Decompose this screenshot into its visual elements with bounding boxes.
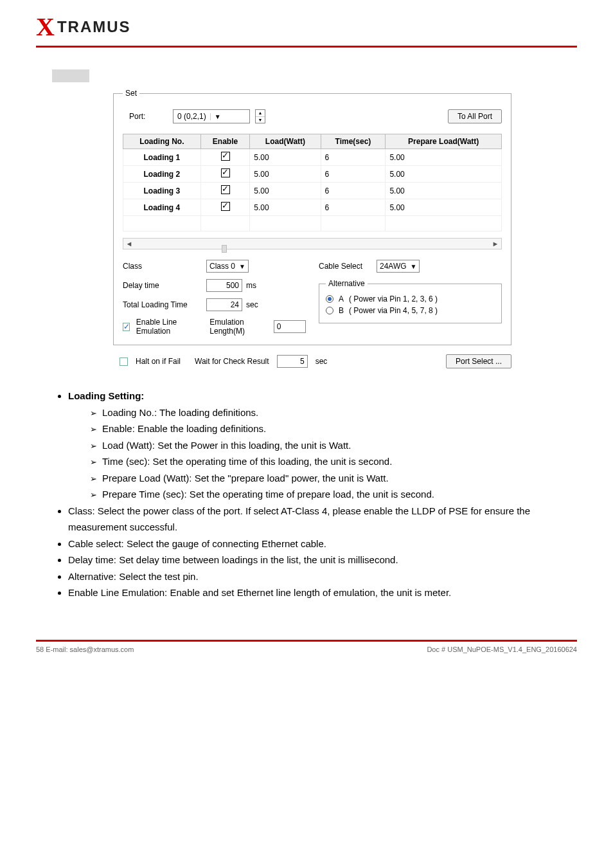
port-spinner[interactable]: ▲ ▼ — [255, 109, 265, 123]
prepare-cell[interactable]: 5.00 — [386, 166, 502, 183]
load-cell[interactable]: 5.00 — [250, 183, 321, 199]
col-prepare: Prepare Load(Watt) — [386, 134, 502, 149]
class-select[interactable]: Class 0 ▼ — [206, 260, 249, 273]
bullet-load: Load (Watt): Set the Power in this loadi… — [102, 440, 351, 451]
enable-checkbox[interactable] — [221, 168, 230, 177]
bullet-class: Class: Select the power class of the por… — [68, 505, 530, 533]
load-cell[interactable]: 5.00 — [250, 166, 321, 183]
time-cell[interactable]: 6 — [321, 149, 386, 166]
wait-unit: sec — [315, 357, 328, 366]
table-row: Loading 4 5.00 6 5.00 — [123, 199, 502, 216]
set-panel-screenshot: Set Port: 0 (0,2,1) ▼ ▲ ▼ To All Port Lo… — [113, 89, 511, 368]
prepare-cell[interactable]: 5.00 — [386, 199, 502, 216]
time-cell[interactable]: 6 — [321, 166, 386, 183]
alternative-legend: Alternative — [326, 279, 368, 288]
emulation-length-input[interactable]: 0 — [274, 320, 306, 333]
bullet-enable: Enable: Enable the loading definitions. — [102, 423, 266, 434]
class-label: Class — [123, 262, 206, 271]
bullet-loading-no: Loading No.: The loading definitions. — [102, 407, 258, 418]
emulation-label: Enable Line Emulation — [136, 318, 198, 336]
total-label: Total Loading Time — [123, 300, 206, 309]
port-value: 0 (0,2,1) — [173, 112, 210, 121]
time-cell[interactable]: 6 — [321, 183, 386, 199]
emulation-checkbox[interactable] — [123, 323, 130, 331]
alt-a-label: A — [339, 294, 344, 303]
total-unit: sec — [246, 300, 258, 309]
port-label: Port: — [129, 112, 168, 121]
logo-x: X — [36, 12, 55, 42]
alt-b-radio[interactable] — [326, 307, 333, 314]
delay-label: Delay time — [123, 281, 206, 290]
table-row: Loading 3 5.00 6 5.00 — [123, 183, 502, 199]
cable-value: 24AWG — [380, 262, 407, 271]
bullet-loading-setting: Loading Setting: — [68, 390, 144, 401]
col-time: Time(sec) — [321, 134, 386, 149]
class-value: Class 0 — [209, 262, 235, 271]
wait-label: Wait for Check Result — [195, 357, 269, 366]
chevron-down-icon: ▼ — [210, 113, 220, 120]
chevron-down-icon: ▼ — [256, 117, 265, 123]
alt-a-radio[interactable] — [326, 295, 333, 303]
alternative-fieldset: Alternative A ( Power via Pin 1, 2, 3, 6… — [319, 279, 502, 323]
set-fieldset: Set Port: 0 (0,2,1) ▼ ▲ ▼ To All Port Lo… — [113, 89, 511, 345]
footer-rule — [36, 640, 577, 642]
scroll-thumb[interactable] — [222, 245, 227, 253]
table-row: Loading 2 5.00 6 5.00 — [123, 166, 502, 183]
col-loading-no: Loading No. — [123, 134, 201, 149]
chevron-down-icon: ▼ — [411, 263, 417, 270]
load-cell[interactable]: 5.00 — [250, 149, 321, 166]
alt-b-desc: ( Power via Pin 4, 5, 7, 8 ) — [349, 306, 438, 315]
section-prefix: 5.1.2.1. — [94, 69, 129, 80]
table-row: Loading 1 5.00 6 5.00 — [123, 149, 502, 166]
to-all-port-button[interactable]: To All Port — [448, 109, 502, 123]
chevron-up-icon: ▲ — [256, 110, 265, 117]
bullet-delay: Delay time: Set delay time between loadi… — [68, 554, 398, 565]
brand-logo: X TRAMUS — [36, 12, 577, 42]
emulation-length-label: Emulation Length(M) — [209, 318, 267, 336]
chevron-down-icon: ▼ — [239, 263, 245, 270]
halt-checkbox[interactable] — [120, 357, 128, 366]
loading-table: Loading No. Enable Load(Watt) Time(sec) … — [123, 134, 502, 231]
cable-label: Cable Select — [319, 262, 377, 271]
footer-left: 58 E-mail: sales@xtramus.com — [36, 646, 427, 653]
section-title: Set — [132, 69, 148, 80]
load-cell[interactable]: 5.00 — [250, 199, 321, 216]
table-row-empty — [123, 216, 502, 231]
enable-checkbox[interactable] — [221, 202, 230, 211]
wait-input[interactable]: 5 — [277, 355, 308, 368]
loading-name: Loading 3 — [143, 186, 180, 195]
loading-name: Loading 2 — [143, 170, 180, 179]
port-combo[interactable]: 0 (0,2,1) ▼ — [173, 109, 250, 123]
enable-checkbox[interactable] — [221, 152, 230, 161]
cable-select[interactable]: 24AWG ▼ — [377, 260, 420, 273]
scroll-left-icon[interactable]: ◄ — [123, 240, 135, 248]
time-cell[interactable]: 6 — [321, 199, 386, 216]
section-prefix-box — [52, 69, 89, 82]
bullet-alternative: Alternative: Select the test pin. — [68, 571, 199, 582]
bullet-prepare-time: Prepare Time (sec): Set the operating ti… — [102, 489, 434, 500]
alt-a-desc: ( Power via Pin 1, 2, 3, 6 ) — [349, 294, 438, 303]
header-rule — [36, 46, 577, 48]
loading-name: Loading 4 — [143, 203, 180, 212]
total-input[interactable]: 24 — [206, 298, 242, 311]
bullet-enable-line: Enable Line Emulation: Enable and set Et… — [68, 587, 451, 598]
halt-label: Halt on if Fail — [136, 357, 181, 366]
scroll-right-icon[interactable]: ► — [490, 240, 501, 248]
bullet-time: Time (sec): Set the operating time of th… — [102, 456, 392, 467]
prepare-cell[interactable]: 5.00 — [386, 149, 502, 166]
port-select-button[interactable]: Port Select ... — [446, 354, 511, 368]
logo-rest: TRAMUS — [57, 18, 131, 36]
prepare-cell[interactable]: 5.00 — [386, 183, 502, 199]
col-load: Load(Watt) — [250, 134, 321, 149]
alt-b-label: B — [339, 306, 344, 315]
description-list: Loading Setting: Loading No.: The loadin… — [57, 388, 577, 601]
delay-input[interactable]: 500 — [206, 279, 242, 292]
set-legend: Set — [123, 89, 139, 98]
bullet-prepare: Prepare Load (Watt): Set the "prepare lo… — [102, 473, 389, 484]
bullet-cable: Cable select: Select the gauge of connec… — [68, 538, 326, 549]
enable-checkbox[interactable] — [221, 185, 230, 194]
loading-name: Loading 1 — [143, 153, 180, 162]
col-enable: Enable — [200, 134, 250, 149]
table-hscrollbar[interactable]: ◄ ► — [123, 238, 502, 249]
footer-right: Doc # USM_NuPOE-MS_V1.4_ENG_20160624 — [427, 646, 577, 653]
